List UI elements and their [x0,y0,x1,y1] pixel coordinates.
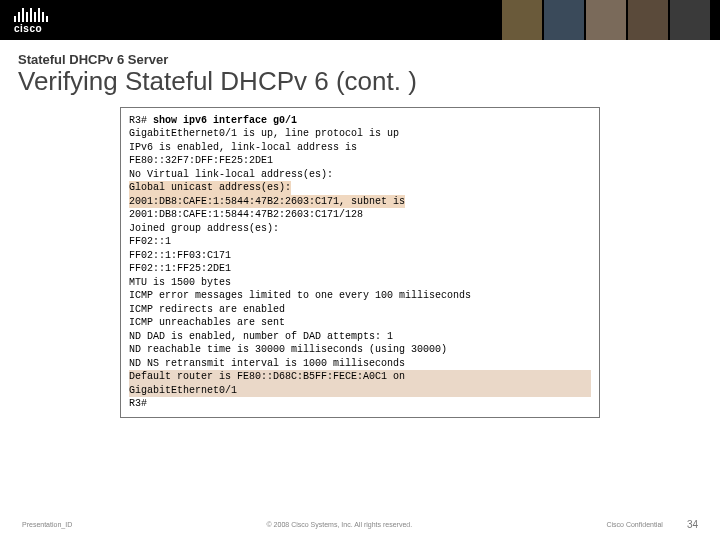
term-line: ICMP redirects are enabled [129,303,591,317]
terminal-wrap: R3# show ipv6 interface g0/1 GigabitEthe… [0,101,720,418]
slide: cisco Stateful DHCPv 6 Server Verifying … [0,0,720,540]
slide-title: Verifying Stateful DHCPv 6 (cont. ) [18,67,702,97]
cisco-wordmark: cisco [14,24,48,34]
term-line: ND reachable time is 30000 milliseconds … [129,343,591,357]
term-line-hl: Global unicast address(es): [129,181,291,195]
slide-kicker: Stateful DHCPv 6 Server [18,52,702,67]
heading-block: Stateful DHCPv 6 Server Verifying Statef… [0,40,720,101]
term-line: FF02::1:FF03:C171 [129,249,591,263]
term-line-hl: GigabitEthernet0/1 [129,384,591,398]
term-line: ND DAD is enabled, number of DAD attempt… [129,330,591,344]
term-line: Joined group address(es): [129,222,591,236]
presentation-id: Presentation_ID [22,521,72,528]
cisco-logo-icon: cisco [14,6,48,34]
prompt: R3# [129,115,153,126]
confidential-label: Cisco Confidential [606,521,662,528]
term-line: IPv6 is enabled, link-local address is [129,141,591,155]
term-line-hl: Default router is FE80::D68C:B5FF:FECE:A… [129,370,591,384]
cisco-bars-icon [14,6,48,22]
term-line: MTU is 1500 bytes [129,276,591,290]
term-line: FF02::1:FF25:2DE1 [129,262,591,276]
term-line: ICMP error messages limited to one every… [129,289,591,303]
page-number: 34 [687,519,698,530]
header-people-strip [500,0,710,40]
slide-footer: Presentation_ID © 2008 Cisco Systems, In… [0,519,720,530]
copyright: © 2008 Cisco Systems, Inc. All rights re… [72,521,606,528]
term-line: FE80::32F7:DFF:FE25:2DE1 [129,154,591,168]
term-line: ND NS retransmit interval is 1000 millis… [129,357,591,371]
term-line: ICMP unreachables are sent [129,316,591,330]
term-line: No Virtual link-local address(es): [129,168,591,182]
term-line: 2001:DB8:CAFE:1:5844:47B2:2603:C171/128 [129,208,591,222]
terminal-output: R3# show ipv6 interface g0/1 GigabitEthe… [120,107,600,418]
command: show ipv6 interface g0/1 [153,115,297,126]
top-bar: cisco [0,0,720,40]
term-line: FF02::1 [129,235,591,249]
term-line-hl: 2001:DB8:CAFE:1:5844:47B2:2603:C171, sub… [129,195,405,209]
prompt-end: R3# [129,397,591,411]
term-line: GigabitEthernet0/1 is up, line protocol … [129,127,591,141]
